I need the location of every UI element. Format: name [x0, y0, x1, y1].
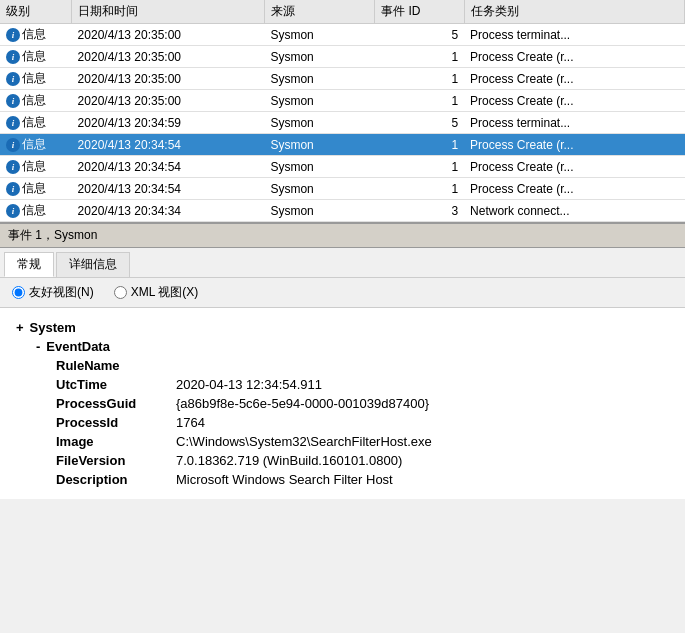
cell-type: i信息 — [0, 24, 72, 46]
prop-name: UtcTime — [56, 377, 176, 392]
prop-value: 2020-04-13 12:34:54.911 — [176, 377, 322, 392]
prop-row: UtcTime2020-04-13 12:34:54.911 — [56, 375, 669, 394]
table-row[interactable]: i信息2020/4/13 20:35:00Sysmon1Process Crea… — [0, 90, 685, 112]
cell-eventid: 3 — [375, 200, 465, 222]
type-text: 信息 — [22, 93, 46, 107]
cell-task: Process Create (r... — [464, 68, 684, 90]
prop-value: Microsoft Windows Search Filter Host — [176, 472, 393, 487]
prop-row: FileVersion7.0.18362.719 (WinBuild.16010… — [56, 451, 669, 470]
radio-xml-input[interactable] — [114, 286, 127, 299]
cell-source: Sysmon — [264, 156, 374, 178]
cell-source: Sysmon — [264, 178, 374, 200]
prop-row: ProcessGuid{a86b9f8e-5c6e-5e94-0000-0010… — [56, 394, 669, 413]
cell-source: Sysmon — [264, 134, 374, 156]
table-row[interactable]: i信息2020/4/13 20:35:00Sysmon1Process Crea… — [0, 68, 685, 90]
props-container: RuleNameUtcTime2020-04-13 12:34:54.911Pr… — [56, 356, 669, 489]
prop-name: Description — [56, 472, 176, 487]
eventdata-container: - EventData RuleNameUtcTime2020-04-13 12… — [36, 337, 669, 489]
cell-source: Sysmon — [264, 24, 374, 46]
info-icon: i — [6, 72, 20, 86]
col-header-type: 级别 — [0, 0, 72, 24]
prop-name: FileVersion — [56, 453, 176, 468]
cell-datetime: 2020/4/13 20:34:54 — [72, 156, 265, 178]
event-table-wrapper: 级别 日期和时间 来源 事件 ID 任务类别 i信息2020/4/13 20:3… — [0, 0, 685, 223]
cell-type: i信息 — [0, 134, 72, 156]
table-row[interactable]: i信息2020/4/13 20:34:34Sysmon3Network conn… — [0, 200, 685, 222]
table-row[interactable]: i信息2020/4/13 20:34:54Sysmon1Process Crea… — [0, 178, 685, 200]
prop-row: RuleName — [56, 356, 669, 375]
info-icon: i — [6, 94, 20, 108]
cell-type: i信息 — [0, 46, 72, 68]
cell-task: Process Create (r... — [464, 156, 684, 178]
cell-type: i信息 — [0, 156, 72, 178]
type-text: 信息 — [22, 181, 46, 195]
prop-row: ImageC:\Windows\System32\SearchFilterHos… — [56, 432, 669, 451]
detail-section: + System - EventData RuleNameUtcTime2020… — [0, 308, 685, 499]
cell-source: Sysmon — [264, 112, 374, 134]
type-text: 信息 — [22, 159, 46, 173]
info-icon: i — [6, 28, 20, 42]
system-toggle: + — [16, 320, 24, 335]
cell-type: i信息 — [0, 112, 72, 134]
cell-datetime: 2020/4/13 20:34:34 — [72, 200, 265, 222]
info-icon: i — [6, 50, 20, 64]
cell-source: Sysmon — [264, 68, 374, 90]
info-icon: i — [6, 160, 20, 174]
type-text: 信息 — [22, 71, 46, 85]
prop-value: 1764 — [176, 415, 205, 430]
col-header-eventid: 事件 ID — [375, 0, 465, 24]
prop-value: {a86b9f8e-5c6e-5e94-0000-001039d87400} — [176, 396, 429, 411]
tab-detail[interactable]: 详细信息 — [56, 252, 130, 277]
cell-type: i信息 — [0, 90, 72, 112]
prop-row: DescriptionMicrosoft Windows Search Filt… — [56, 470, 669, 489]
table-row[interactable]: i信息2020/4/13 20:34:59Sysmon5Process term… — [0, 112, 685, 134]
info-icon: i — [6, 182, 20, 196]
cell-task: Process Create (r... — [464, 178, 684, 200]
table-row[interactable]: i信息2020/4/13 20:35:00Sysmon5Process term… — [0, 24, 685, 46]
event-table: 级别 日期和时间 来源 事件 ID 任务类别 i信息2020/4/13 20:3… — [0, 0, 685, 222]
table-row[interactable]: i信息2020/4/13 20:34:54Sysmon1Process Crea… — [0, 156, 685, 178]
radio-friendly[interactable]: 友好视图(N) — [12, 284, 94, 301]
prop-value: 7.0.18362.719 (WinBuild.160101.0800) — [176, 453, 402, 468]
cell-eventid: 5 — [375, 112, 465, 134]
radio-friendly-input[interactable] — [12, 286, 25, 299]
cell-task: Process Create (r... — [464, 90, 684, 112]
col-header-datetime: 日期和时间 — [72, 0, 265, 24]
system-label: System — [30, 320, 76, 335]
cell-task: Process terminat... — [464, 24, 684, 46]
cell-source: Sysmon — [264, 200, 374, 222]
tab-general[interactable]: 常规 — [4, 252, 54, 277]
prop-value: C:\Windows\System32\SearchFilterHost.exe — [176, 434, 432, 449]
system-node[interactable]: + System — [16, 318, 669, 337]
type-text: 信息 — [22, 49, 46, 63]
cell-eventid: 1 — [375, 90, 465, 112]
tabs-section: 常规 详细信息 — [0, 248, 685, 278]
radio-row: 友好视图(N) XML 视图(X) — [0, 278, 685, 308]
cell-task: Network connect... — [464, 200, 684, 222]
cell-datetime: 2020/4/13 20:34:54 — [72, 178, 265, 200]
cell-type: i信息 — [0, 178, 72, 200]
table-row[interactable]: i信息2020/4/13 20:34:54Sysmon1Process Crea… — [0, 134, 685, 156]
prop-name: Image — [56, 434, 176, 449]
tabs-row: 常规 详细信息 — [0, 248, 685, 277]
info-icon: i — [6, 138, 20, 152]
cell-source: Sysmon — [264, 90, 374, 112]
cell-type: i信息 — [0, 200, 72, 222]
radio-xml-label: XML 视图(X) — [131, 284, 199, 301]
cell-task: Process Create (r... — [464, 46, 684, 68]
prop-name: RuleName — [56, 358, 176, 373]
cell-task: Process terminat... — [464, 112, 684, 134]
prop-name: ProcessId — [56, 415, 176, 430]
cell-datetime: 2020/4/13 20:34:59 — [72, 112, 265, 134]
cell-datetime: 2020/4/13 20:35:00 — [72, 90, 265, 112]
info-icon: i — [6, 204, 20, 218]
radio-friendly-label: 友好视图(N) — [29, 284, 94, 301]
cell-eventid: 1 — [375, 134, 465, 156]
table-row[interactable]: i信息2020/4/13 20:35:00Sysmon1Process Crea… — [0, 46, 685, 68]
cell-eventid: 5 — [375, 24, 465, 46]
radio-xml[interactable]: XML 视图(X) — [114, 284, 199, 301]
cell-datetime: 2020/4/13 20:35:00 — [72, 24, 265, 46]
eventdata-toggle: - — [36, 339, 40, 354]
eventdata-node[interactable]: - EventData — [36, 337, 669, 356]
cell-type: i信息 — [0, 68, 72, 90]
